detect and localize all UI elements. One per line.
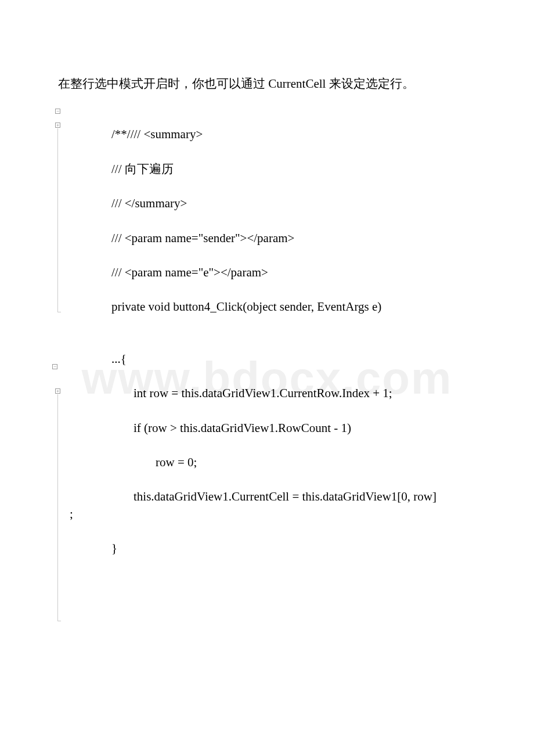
blank-line bbox=[70, 523, 482, 540]
blank-line bbox=[70, 471, 482, 488]
blank-line bbox=[70, 437, 482, 454]
blank-line bbox=[70, 143, 482, 161]
fold-minus-icon[interactable] bbox=[55, 109, 60, 114]
code-line-continuation: ; bbox=[70, 506, 482, 523]
code-line: /**//// <summary> bbox=[70, 126, 482, 143]
blank-line bbox=[70, 178, 482, 195]
blank-line bbox=[70, 247, 482, 264]
code-line: /// </summary> bbox=[70, 195, 482, 212]
code-line: /// <param name="sender"></param> bbox=[70, 230, 482, 247]
document-page: www.bdocx.com 在整行选中模式开启时，你也可以通过 CurrentC… bbox=[0, 0, 534, 756]
blank-line bbox=[70, 368, 482, 385]
code-line: row = 0; bbox=[70, 454, 482, 471]
blank-line bbox=[70, 333, 482, 351]
fold-minus-icon[interactable] bbox=[52, 364, 57, 369]
blank-line bbox=[70, 316, 482, 333]
code-line: } bbox=[70, 540, 482, 557]
gutter-line bbox=[57, 394, 58, 621]
code-line: this.dataGridView1.CurrentCell = this.da… bbox=[70, 488, 482, 505]
code-line: /// <param name="e"></param> bbox=[70, 264, 482, 281]
intro-paragraph: 在整行选中模式开启时，你也可以通过 CurrentCell 来设定选定行。 bbox=[58, 75, 482, 92]
code-line: if (row > this.dataGridView1.RowCount - … bbox=[70, 420, 482, 437]
blank-line bbox=[70, 213, 482, 230]
blank-line bbox=[70, 109, 482, 126]
code-block: /**//// <summary> /// 向下遍历 /// </summary… bbox=[58, 109, 482, 557]
blank-line bbox=[70, 402, 482, 420]
code-line: private void button4_Click(object sender… bbox=[70, 298, 482, 315]
fold-gutter bbox=[55, 109, 63, 557]
content-area: 在整行选中模式开启时，你也可以通过 CurrentCell 来设定选定行。 /*… bbox=[58, 75, 482, 557]
code-line: ...{ bbox=[70, 351, 482, 368]
code-line: int row = this.dataGridView1.CurrentRow.… bbox=[70, 385, 482, 402]
code-line: /// 向下遍历 bbox=[70, 161, 482, 178]
gutter-corner bbox=[57, 312, 61, 312]
fold-plus-icon[interactable] bbox=[55, 388, 60, 394]
fold-plus-icon[interactable] bbox=[55, 123, 60, 128]
gutter-corner bbox=[57, 621, 61, 621]
gutter-line bbox=[57, 128, 58, 312]
blank-line bbox=[70, 281, 482, 298]
